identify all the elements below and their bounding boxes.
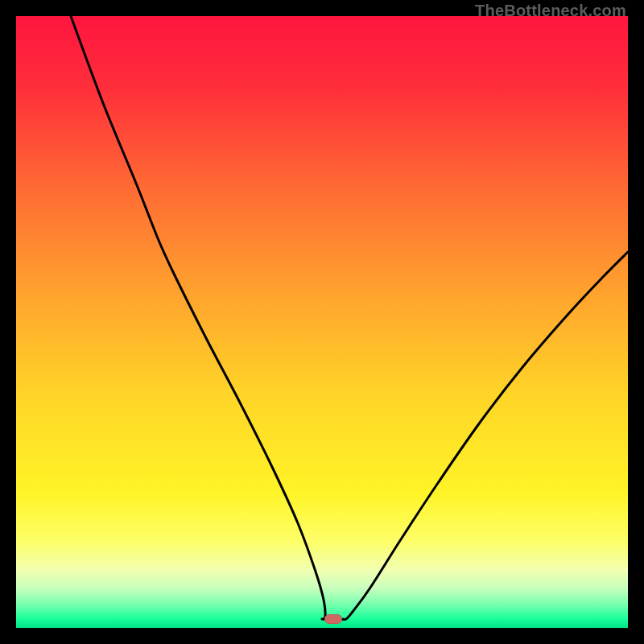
watermark-label: TheBottleneck.com bbox=[475, 2, 626, 20]
optimal-marker bbox=[324, 614, 342, 624]
bottleneck-curve bbox=[16, 16, 628, 628]
plot-area bbox=[16, 16, 628, 628]
chart-frame: TheBottleneck.com bbox=[0, 0, 644, 644]
